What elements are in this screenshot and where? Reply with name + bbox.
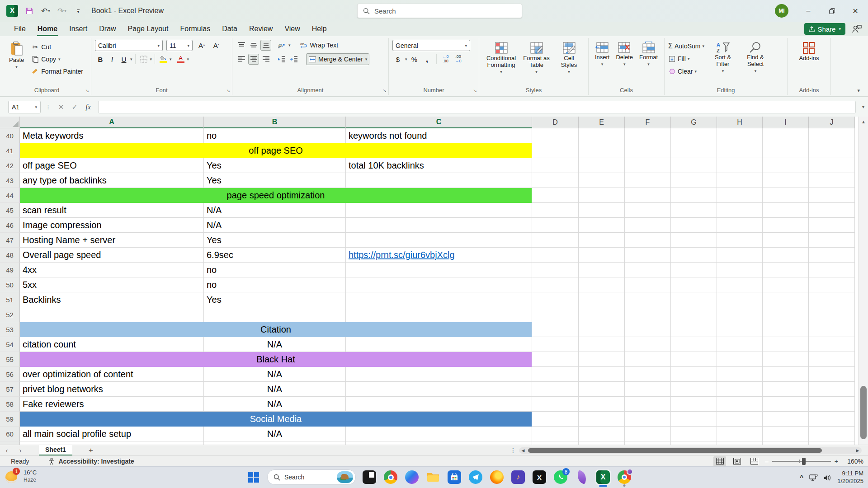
cell[interactable] [671,188,717,203]
cell[interactable] [671,248,717,263]
scroll-left-icon[interactable]: ◀ [519,448,527,453]
horizontal-scroll-thumb[interactable] [528,448,822,453]
cell[interactable]: Yes [204,158,346,173]
top-align-button[interactable] [236,40,247,51]
section-header-cell[interactable]: page speed optimization [20,188,532,203]
cell[interactable] [579,248,625,263]
cell[interactable] [809,397,855,412]
cell[interactable] [346,218,532,233]
cell[interactable] [671,397,717,412]
autosum-button[interactable]: ΣAutoSum▾ [668,41,704,52]
share-button[interactable]: Share ▾ [804,23,845,35]
number-dialog-launcher[interactable]: ↘ [473,89,477,93]
cell[interactable] [532,128,579,143]
cell[interactable] [809,263,855,277]
cell[interactable] [717,367,763,382]
cell[interactable] [346,397,532,412]
cell[interactable] [532,367,579,382]
cell[interactable] [346,203,532,218]
cell[interactable] [763,441,809,445]
cell[interactable] [763,337,809,352]
cell[interactable] [809,427,855,441]
cell[interactable] [809,292,855,307]
section-header-cell[interactable]: off page SEO [20,143,532,158]
comments-icon[interactable] [852,24,862,33]
cell[interactable] [625,203,671,218]
zoom-slider-thumb[interactable] [802,458,806,465]
tab-view[interactable]: View [278,23,306,35]
cell[interactable] [763,143,809,158]
cell[interactable]: over optimization of content [20,367,204,382]
row-header-61[interactable]: 61 [0,441,20,445]
increase-indent-button[interactable] [288,54,299,65]
column-header-I[interactable]: I [763,117,809,128]
cell[interactable]: Hosting Name + server [20,233,204,248]
cell[interactable] [579,233,625,248]
fill-color-chevron-icon[interactable]: ▾ [170,57,172,61]
cell[interactable] [809,218,855,233]
cell[interactable] [532,427,579,441]
align-right-button[interactable] [260,54,271,65]
fill-color-button[interactable] [158,54,169,65]
confirm-entry-button[interactable]: ✓ [69,102,80,113]
cell[interactable] [671,128,717,143]
cell[interactable] [763,128,809,143]
tab-page-layout[interactable]: Page Layout [122,23,175,35]
cell[interactable]: 5xx [20,277,204,292]
italic-button[interactable]: I [107,54,118,65]
cell[interactable] [625,128,671,143]
cell[interactable] [809,307,855,322]
cell[interactable] [625,427,671,441]
font-dialog-launcher[interactable]: ↘ [226,89,230,93]
cell[interactable] [625,277,671,292]
cell[interactable] [671,427,717,441]
format-as-table-button[interactable]: Format as Table ▾ [520,40,553,85]
row-header-45[interactable]: 45 [0,203,20,218]
cut-button[interactable]: ✂Cut [29,42,85,52]
cell[interactable] [625,233,671,248]
page-break-preview-button[interactable] [748,456,760,466]
cell[interactable]: Overall page speed [20,248,204,263]
percent-style-button[interactable]: % [409,54,420,65]
cell[interactable] [671,158,717,173]
cell[interactable] [346,441,532,445]
cell[interactable]: scan result [20,203,204,218]
format-painter-button[interactable]: Format Painter [29,66,85,77]
chrome-profile-icon[interactable] [617,469,632,485]
cell[interactable] [671,173,717,188]
cell[interactable] [763,248,809,263]
cell[interactable] [579,277,625,292]
cell[interactable] [625,173,671,188]
cell[interactable]: Yes [204,233,346,248]
cell[interactable] [809,337,855,352]
font-color-button[interactable]: A [175,54,186,65]
borders-button[interactable] [138,54,149,65]
row-header-52[interactable]: 52 [0,307,20,322]
cell[interactable] [763,397,809,412]
cell[interactable] [346,307,532,322]
section-header-cell[interactable]: Black Hat [20,352,532,367]
formula-input[interactable] [98,101,856,113]
tab-formulas[interactable]: Formulas [174,23,216,35]
cell[interactable] [532,233,579,248]
middle-align-button[interactable] [248,40,259,51]
cell[interactable] [809,367,855,382]
cell[interactable] [20,307,204,322]
cell[interactable] [809,188,855,203]
vertical-scrollbar[interactable]: ▲ [858,117,868,445]
clipboard-dialog-launcher[interactable]: ↘ [85,89,89,93]
scroll-right-icon[interactable]: ▶ [854,448,862,453]
cell[interactable] [625,412,671,427]
cell[interactable]: all main social profile setup [20,427,204,441]
cell[interactable] [671,263,717,277]
cell[interactable] [532,322,579,337]
cell[interactable] [763,203,809,218]
select-all-corner[interactable] [0,117,20,128]
align-center-button[interactable] [248,54,259,65]
cell[interactable]: N/A [204,367,346,382]
cell[interactable] [717,128,763,143]
cell[interactable] [717,322,763,337]
increase-decimal-button[interactable]: ←0.00 [440,54,451,65]
cell[interactable]: citation count [20,337,204,352]
excel-taskbar-icon[interactable]: X [595,469,611,485]
